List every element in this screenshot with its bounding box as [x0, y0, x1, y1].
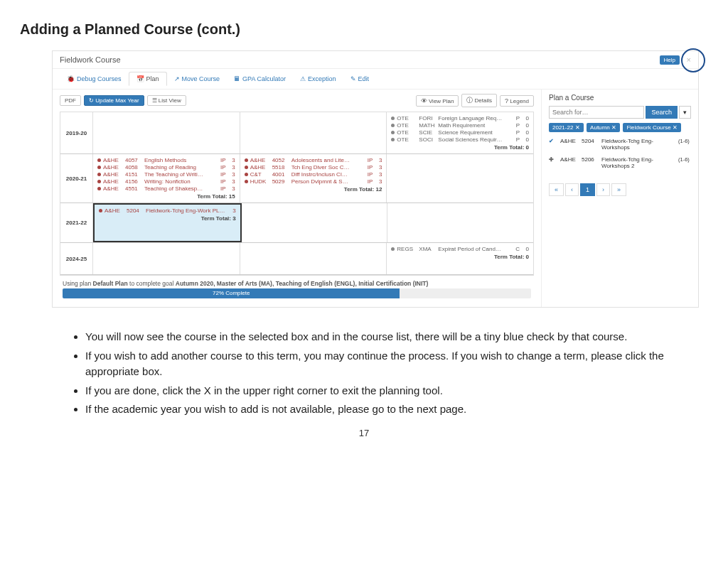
pdf-button[interactable]: PDF: [60, 95, 81, 106]
term-total: Term Total: 0: [391, 144, 529, 151]
filter-pill-search[interactable]: Fieldwork Course ✕: [623, 123, 680, 132]
plan-course-panel: Plan a Course Search ▾ 2021-22 ✕ Autumn …: [542, 90, 698, 307]
page-title: Adding a Planned Course (cont.): [20, 21, 708, 38]
pager-page-1[interactable]: 1: [580, 183, 595, 196]
eye-icon: 👁: [421, 97, 427, 104]
course-dot-icon: [245, 173, 248, 176]
plan-goal: Autumn 2020, Master of Arts (MA), Teachi…: [176, 280, 429, 287]
term-cell-selected[interactable]: A&HE5204Fieldwork-Tchg Eng-Work PL…3 Ter…: [93, 203, 242, 242]
pager-first[interactable]: «: [549, 183, 564, 196]
term-total: Term Total: 3: [99, 215, 236, 222]
search-result-row[interactable]: ✔ A&HE 5204 Fieldwork-Tchg Eng-Workshops…: [549, 135, 691, 153]
calculator-icon: 🖩: [234, 75, 240, 82]
close-icon[interactable]: ×: [687, 55, 691, 64]
year-row-2024-25: 2024-25 REGSXMAExpirat Period of Cand…C0…: [60, 243, 533, 275]
details-button[interactable]: ⓘ Details: [461, 94, 497, 107]
term-cell[interactable]: OTEFORIForeign Language Req…P0 OTEMATHMa…: [387, 112, 533, 153]
term-cell[interactable]: [93, 243, 240, 274]
year-label: 2021-22: [60, 203, 93, 242]
term-cell[interactable]: [240, 112, 387, 153]
course-dot-icon: [391, 131, 395, 134]
course-dot-icon: [97, 173, 101, 176]
search-options-dropdown[interactable]: ▾: [679, 106, 691, 119]
tab-debug[interactable]: 🐞Debug Courses: [60, 72, 129, 86]
warning-icon: ⚠: [300, 75, 306, 82]
move-icon: ↗: [174, 75, 180, 82]
instruction-item: If you wish to add another course to thi…: [85, 348, 665, 380]
legend-button[interactable]: ? Legend: [500, 95, 534, 107]
course-dot-icon: [391, 124, 395, 127]
progress-bar: 72% Complete: [63, 288, 400, 298]
tab-plan[interactable]: 📅Plan: [129, 72, 167, 86]
term-cell[interactable]: A&HE4057English MethodsIP3 A&HE4058Teach…: [93, 154, 240, 202]
tab-bar: 🐞Debug Courses 📅Plan ↗Move Course 🖩GPA C…: [53, 69, 698, 90]
help-badge[interactable]: Help: [660, 55, 680, 65]
instruction-item: If the academic year you wish to add is …: [85, 401, 665, 418]
tab-move[interactable]: ↗Move Course: [167, 72, 228, 86]
update-year-button[interactable]: ↻ Update Max Year: [84, 95, 144, 106]
pager-prev[interactable]: ‹: [565, 183, 579, 196]
filter-pills: 2021-22 ✕ Autumn ✕ Fieldwork Course ✕: [549, 123, 691, 135]
info-icon: ⓘ: [466, 97, 473, 104]
tab-exception[interactable]: ⚠Exception: [293, 72, 343, 86]
course-dot-icon: [97, 187, 101, 190]
course-dot-icon: [391, 117, 395, 120]
term-total: Term Total: 0: [391, 254, 529, 260]
plan-panel: PDF ↻ Update Max Year ☰ List View 👁 View…: [53, 90, 542, 307]
add-icon[interactable]: ✚: [549, 156, 557, 163]
year-row-2020-21: 2020-21 A&HE4057English MethodsIP3 A&HE4…: [60, 154, 533, 203]
calendar-icon: 📅: [136, 75, 144, 82]
term-cell[interactable]: A&HE4052Adolescents and Lite…IP3 A&HE551…: [240, 154, 387, 202]
legend-icon: ?: [505, 97, 508, 104]
year-row-2021-22: 2021-22 A&HE5204Fieldwork-Tchg Eng-Work …: [60, 203, 533, 243]
modal-title: Fieldwork Course: [60, 55, 121, 64]
search-button[interactable]: Search: [646, 106, 678, 119]
plan-course-heading: Plan a Course: [549, 94, 691, 102]
pager: « ‹ 1 › »: [549, 183, 691, 196]
term-total: Term Total: 12: [245, 186, 382, 193]
term-cell[interactable]: [240, 243, 387, 274]
pager-last[interactable]: »: [611, 183, 626, 196]
modal-header: Fieldwork Course Help ×: [53, 51, 698, 69]
bug-icon: 🐞: [67, 75, 75, 82]
year-row-2019-20: 2019-20 OTEFORIForeign Language Req…P0 O…: [60, 112, 533, 154]
app-screenshot: Fieldwork Course Help × 🐞Debug Courses 📅…: [52, 50, 699, 308]
list-view-button[interactable]: ☰ List View: [147, 95, 186, 106]
plan-grid: 2019-20 OTEFORIForeign Language Req…P0 O…: [60, 112, 534, 276]
edit-icon: ✎: [350, 75, 356, 82]
year-label: 2020-21: [60, 154, 93, 202]
instruction-item: You will now see the course in the selec…: [85, 329, 665, 345]
tab-gpa[interactable]: 🖩GPA Calculator: [227, 72, 293, 86]
page-number: 17: [20, 428, 708, 438]
course-dot-icon: [391, 138, 395, 141]
course-dot-icon: [97, 180, 101, 183]
year-label: 2024-25: [60, 243, 93, 274]
pager-next[interactable]: ›: [596, 183, 610, 196]
plan-footer: Using plan Default Plan to complete goal…: [60, 276, 534, 303]
course-dot-icon: [97, 158, 101, 162]
term-cell[interactable]: [387, 203, 533, 242]
instruction-item: If you are done, click the X in the uppe…: [85, 383, 665, 399]
filter-pill-term[interactable]: Autumn ✕: [587, 123, 620, 132]
course-dot-icon: [97, 166, 101, 169]
instruction-list: You will now see the course in the selec…: [85, 329, 665, 418]
term-cell[interactable]: REGSXMAExpirat Period of Cand…C0 Term To…: [387, 243, 533, 274]
term-cell[interactable]: [93, 112, 240, 153]
course-dot-icon: [245, 166, 248, 169]
tab-edit[interactable]: ✎Edit: [343, 72, 377, 86]
course-dot-icon: [391, 247, 395, 251]
course-dot-icon: [245, 180, 248, 183]
course-dot-icon: [245, 158, 248, 162]
course-dot-icon: [99, 209, 102, 212]
year-label: 2019-20: [60, 112, 93, 153]
progress-bar-container: 72% Complete: [63, 288, 531, 298]
term-total: Term Total: 15: [97, 193, 235, 200]
view-plan-button[interactable]: 👁 View Plan: [416, 95, 459, 107]
plan-name: Default Plan: [93, 280, 128, 287]
term-cell[interactable]: [387, 154, 533, 202]
search-result-row[interactable]: ✚ A&HE 5206 Fieldwork-Tchg Eng-Workshops…: [549, 153, 691, 172]
check-icon: ✔: [549, 138, 557, 144]
term-cell[interactable]: [242, 203, 388, 242]
search-input[interactable]: [549, 106, 644, 119]
filter-pill-year[interactable]: 2021-22 ✕: [549, 123, 584, 132]
